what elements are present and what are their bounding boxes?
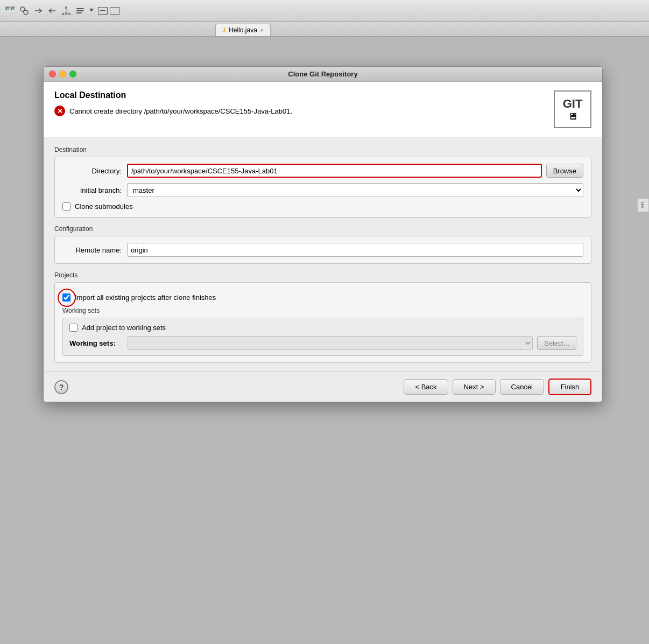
tab-label: Hello.java bbox=[229, 26, 257, 34]
remote-name-label: Remote name: bbox=[62, 246, 127, 254]
arrow-icon[interactable] bbox=[32, 5, 44, 17]
svg-text:GIT: GIT bbox=[7, 7, 11, 10]
git-toolbar-icon-1[interactable]: GIT GIT bbox=[4, 5, 16, 17]
destination-section: Destination Directory: Browse Initial br… bbox=[54, 146, 591, 218]
import-projects-checkbox[interactable] bbox=[62, 293, 70, 302]
tab-close-icon[interactable]: × bbox=[260, 27, 264, 33]
remote-name-input[interactable] bbox=[127, 243, 583, 257]
add-working-sets-label: Add project to working sets bbox=[82, 324, 166, 332]
error-icon: ✕ bbox=[54, 106, 65, 116]
add-to-working-sets-row: Add project to working sets bbox=[69, 324, 576, 332]
projects-section: Projects Import all existing projects af… bbox=[54, 271, 591, 363]
svg-rect-13 bbox=[76, 8, 84, 9]
destination-section-label: Destination bbox=[54, 146, 591, 153]
svg-rect-7 bbox=[65, 6, 67, 9]
cancel-button[interactable]: Cancel bbox=[500, 379, 544, 395]
help-button[interactable]: ? bbox=[54, 380, 68, 394]
svg-rect-8 bbox=[62, 13, 64, 15]
workspace-background: ue Clone Git Repository Local Destinatio… bbox=[0, 37, 649, 644]
projects-box: Import all existing projects after clone… bbox=[54, 282, 591, 363]
git-logo-computer-icon: 🖥 bbox=[568, 111, 577, 122]
clone-git-dialog: Clone Git Repository Local Destination ✕… bbox=[43, 66, 603, 402]
finish-button[interactable]: Finish bbox=[548, 379, 591, 395]
clone-submodules-checkbox[interactable] bbox=[62, 202, 70, 211]
import-projects-label: Import all existing projects after clone… bbox=[75, 293, 216, 302]
configuration-box: Remote name: bbox=[54, 236, 591, 264]
dialog-titlebar: Clone Git Repository bbox=[44, 67, 602, 82]
projects-section-label: Projects bbox=[54, 271, 591, 279]
error-message: Cannot create directory /path/to/your/wo… bbox=[69, 107, 292, 115]
dialog-title: Clone Git Repository bbox=[288, 70, 357, 78]
import-projects-row: Import all existing projects after clone… bbox=[62, 293, 583, 302]
clone-submodules-label: Clone submodules bbox=[75, 202, 133, 211]
directory-input[interactable] bbox=[127, 164, 542, 178]
dialog-footer: ? < Back Next > Cancel Finish bbox=[44, 372, 602, 402]
footer-left: ? bbox=[54, 380, 68, 394]
traffic-lights bbox=[49, 71, 76, 78]
next-button[interactable]: Next > bbox=[453, 379, 496, 395]
svg-rect-10 bbox=[68, 13, 70, 15]
working-sets-select bbox=[128, 336, 533, 350]
section-title: Local Destination bbox=[54, 90, 292, 100]
footer-right: < Back Next > Cancel Finish bbox=[404, 379, 591, 395]
remote-name-row: Remote name: bbox=[62, 243, 583, 257]
java-file-icon: J bbox=[222, 27, 225, 33]
toolbar-dropdown-icon[interactable] bbox=[89, 9, 94, 13]
git-toolbar-icon-2[interactable] bbox=[18, 5, 30, 17]
svg-rect-14 bbox=[76, 10, 84, 11]
minimize-window-button[interactable] bbox=[59, 71, 66, 78]
svg-line-6 bbox=[23, 10, 26, 11]
svg-rect-9 bbox=[65, 13, 67, 15]
minimize-icon[interactable] bbox=[98, 7, 108, 15]
hello-java-tab[interactable]: J Hello.java × bbox=[215, 24, 271, 36]
working-sets-select-row: Working sets: Select... bbox=[69, 336, 576, 350]
dialog-header-left: Local Destination ✕ Cannot create direct… bbox=[54, 90, 292, 116]
tab-bar: J Hello.java × bbox=[0, 22, 649, 37]
select-button: Select... bbox=[537, 336, 576, 350]
svg-text:GIT: GIT bbox=[12, 7, 16, 10]
initial-branch-select[interactable]: master bbox=[127, 183, 583, 197]
error-row: ✕ Cannot create directory /path/to/your/… bbox=[54, 106, 292, 116]
directory-row: Directory: Browse bbox=[62, 164, 583, 178]
maximize-icon[interactable] bbox=[110, 7, 119, 15]
dialog-content: Local Destination ✕ Cannot create direct… bbox=[44, 82, 602, 402]
clone-submodules-row: Clone submodules bbox=[62, 202, 583, 211]
sidebar-hint: ue bbox=[637, 198, 649, 212]
configuration-section: Configuration Remote name: bbox=[54, 225, 591, 264]
back-icon[interactable] bbox=[46, 5, 58, 17]
maximize-window-button[interactable] bbox=[69, 71, 76, 78]
working-sets-field-label: Working sets: bbox=[69, 339, 123, 347]
import-checkbox-wrap bbox=[62, 293, 70, 302]
hierarchy-icon[interactable] bbox=[60, 5, 72, 17]
text-align-icon[interactable] bbox=[74, 5, 86, 17]
configuration-section-label: Configuration bbox=[54, 225, 591, 233]
initial-branch-row: Initial branch: master bbox=[62, 183, 583, 197]
dialog-header: Local Destination ✕ Cannot create direct… bbox=[44, 82, 602, 137]
destination-box: Directory: Browse Initial branch: master bbox=[54, 157, 591, 218]
git-logo: GIT 🖥 bbox=[554, 90, 591, 128]
initial-branch-label: Initial branch: bbox=[62, 186, 127, 194]
add-working-sets-checkbox[interactable] bbox=[69, 324, 77, 332]
svg-rect-15 bbox=[76, 12, 82, 13]
directory-label: Directory: bbox=[62, 167, 127, 175]
dialog-body: Destination Directory: Browse Initial br… bbox=[44, 137, 602, 372]
toolbar: GIT GIT bbox=[0, 0, 649, 22]
close-window-button[interactable] bbox=[49, 71, 56, 78]
git-logo-text: GIT bbox=[563, 97, 583, 111]
back-button[interactable]: < Back bbox=[404, 379, 448, 395]
working-sets-label: Working sets bbox=[62, 307, 583, 314]
working-sets-inner: Add project to working sets Working sets… bbox=[62, 318, 583, 356]
browse-button[interactable]: Browse bbox=[546, 164, 583, 178]
